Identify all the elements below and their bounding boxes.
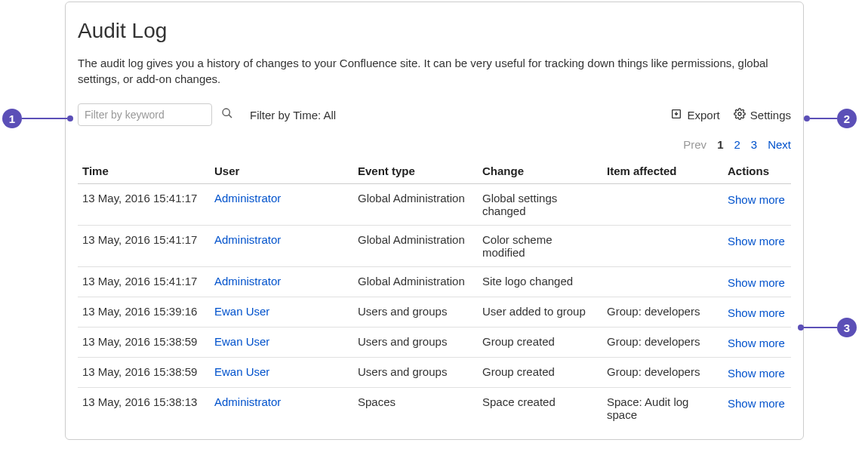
- cell-change: Color scheme modified: [478, 226, 602, 267]
- show-more-link[interactable]: Show more: [728, 235, 785, 248]
- filter-keyword-input[interactable]: [78, 103, 212, 126]
- user-link[interactable]: Ewan User: [214, 305, 269, 318]
- cell-change: User added to group: [478, 297, 602, 328]
- cell-item: Group: developers: [602, 328, 723, 358]
- cell-time: 13 May, 2016 15:41:17: [78, 184, 210, 226]
- callout-badge-2: 2: [837, 109, 857, 128]
- filter-time-dropdown[interactable]: Filter by Time: All: [250, 109, 336, 121]
- page-title: Audit Log: [78, 19, 791, 43]
- show-more-link[interactable]: Show more: [728, 337, 785, 349]
- search-icon[interactable]: [212, 107, 233, 122]
- cell-item: [602, 184, 723, 226]
- cell-event: Global Administration: [353, 226, 478, 267]
- settings-button[interactable]: Settings: [734, 108, 791, 122]
- callout-1: 1: [2, 109, 73, 128]
- pagination-page-1[interactable]: 1: [717, 138, 723, 151]
- column-header-actions: Actions: [723, 158, 791, 184]
- column-header-time: Time: [78, 158, 210, 184]
- column-header-user: User: [210, 158, 353, 184]
- callout-3: 3: [798, 318, 857, 337]
- cell-event: Users and groups: [353, 328, 478, 358]
- cell-event: Users and groups: [353, 358, 478, 388]
- callout-2: 2: [804, 109, 857, 128]
- export-icon: [670, 108, 682, 122]
- column-header-item: Item affected: [602, 158, 723, 184]
- cell-item: Group: developers: [602, 358, 723, 388]
- pagination-prev[interactable]: Prev: [683, 138, 706, 151]
- cell-time: 13 May, 2016 15:39:16: [78, 297, 210, 328]
- table-row: 13 May, 2016 15:41:17AdministratorGlobal…: [78, 184, 791, 226]
- user-link[interactable]: Administrator: [214, 192, 281, 205]
- table-row: 13 May, 2016 15:38:13AdministratorSpaces…: [78, 388, 791, 429]
- cell-event: Global Administration: [353, 184, 478, 226]
- cell-change: Site logo changed: [478, 267, 602, 297]
- cell-change: Space created: [478, 388, 602, 429]
- show-more-link[interactable]: Show more: [728, 306, 785, 319]
- export-label: Export: [687, 109, 719, 121]
- user-link[interactable]: Ewan User: [214, 335, 269, 348]
- cell-time: 13 May, 2016 15:38:59: [78, 328, 210, 358]
- show-more-link[interactable]: Show more: [728, 193, 785, 206]
- pagination-page-2[interactable]: 2: [734, 138, 740, 151]
- toolbar: Filter by Time: All Export Settings: [78, 103, 791, 126]
- cell-item: Group: developers: [602, 297, 723, 328]
- table-row: 13 May, 2016 15:38:59Ewan UserUsers and …: [78, 328, 791, 358]
- pagination: Prev 1 2 3 Next: [78, 138, 791, 151]
- table-row: 13 May, 2016 15:41:17AdministratorGlobal…: [78, 267, 791, 297]
- cell-item: [602, 267, 723, 297]
- column-header-event: Event type: [353, 158, 478, 184]
- export-button[interactable]: Export: [670, 108, 719, 122]
- cell-item: Space: Audit log space: [602, 388, 723, 429]
- show-more-link[interactable]: Show more: [728, 276, 785, 289]
- svg-point-3: [738, 112, 741, 115]
- user-link[interactable]: Ewan User: [214, 365, 269, 378]
- column-header-change: Change: [478, 158, 602, 184]
- callout-badge-3: 3: [837, 318, 857, 337]
- user-link[interactable]: Administrator: [214, 395, 281, 408]
- svg-point-0: [223, 109, 229, 115]
- audit-log-table: Time User Event type Change Item affecte…: [78, 158, 791, 429]
- audit-log-panel: Audit Log The audit log gives you a hist…: [65, 2, 804, 440]
- cell-time: 13 May, 2016 15:38:59: [78, 358, 210, 388]
- table-row: 13 May, 2016 15:39:16Ewan UserUsers and …: [78, 297, 791, 328]
- cell-time: 13 May, 2016 15:38:13: [78, 388, 210, 429]
- user-link[interactable]: Administrator: [214, 275, 281, 288]
- pagination-page-3[interactable]: 3: [751, 138, 757, 151]
- callout-badge-1: 1: [2, 109, 22, 128]
- table-row: 13 May, 2016 15:41:17AdministratorGlobal…: [78, 226, 791, 267]
- table-row: 13 May, 2016 15:38:59Ewan UserUsers and …: [78, 358, 791, 388]
- cell-time: 13 May, 2016 15:41:17: [78, 267, 210, 297]
- show-more-link[interactable]: Show more: [728, 367, 785, 380]
- cell-change: Group created: [478, 358, 602, 388]
- cell-time: 13 May, 2016 15:41:17: [78, 226, 210, 267]
- cell-change: Group created: [478, 328, 602, 358]
- cell-event: Users and groups: [353, 297, 478, 328]
- svg-line-1: [229, 115, 232, 118]
- page-description: The audit log gives you a history of cha…: [78, 55, 791, 87]
- cell-event: Spaces: [353, 388, 478, 429]
- pagination-next[interactable]: Next: [768, 138, 791, 151]
- settings-label: Settings: [750, 109, 791, 121]
- cell-change: Global settings changed: [478, 184, 602, 226]
- cell-event: Global Administration: [353, 267, 478, 297]
- cell-item: [602, 226, 723, 267]
- show-more-link[interactable]: Show more: [728, 397, 785, 410]
- user-link[interactable]: Administrator: [214, 233, 281, 246]
- gear-icon: [734, 108, 746, 122]
